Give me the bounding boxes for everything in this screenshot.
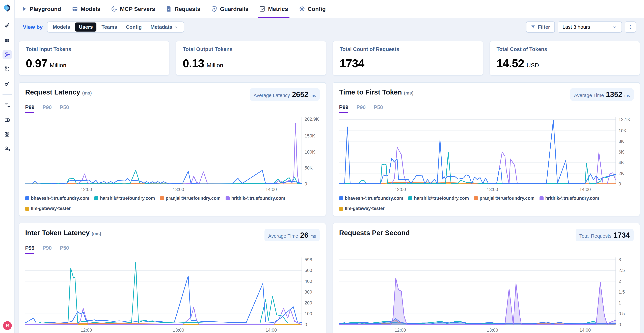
- document-icon: [166, 6, 172, 12]
- tab-p99[interactable]: P99: [339, 104, 348, 113]
- filter-button[interactable]: Filter: [526, 22, 555, 33]
- x-axis: 12:0013:0014:00: [339, 185, 616, 193]
- chart-title: Requests Per Second: [339, 229, 410, 237]
- tab-label: Metrics: [268, 6, 288, 12]
- stat-value: 14.52: [496, 57, 524, 70]
- metrics-chart-icon: [259, 6, 266, 12]
- stat-label: Total Input Tokens: [26, 46, 162, 52]
- sidebar-item-rocket-icon[interactable]: [2, 21, 12, 31]
- chart-unit-label: (ms): [82, 91, 92, 96]
- badge-value: 1734: [614, 231, 630, 239]
- legend-item[interactable]: harshil@truefoundry.com: [94, 196, 155, 201]
- legend-item[interactable]: harshil@truefoundry.com: [408, 196, 469, 201]
- legend-item[interactable]: bhavesh@truefoundry.com: [339, 196, 403, 201]
- line-chart-plot[interactable]: [25, 117, 302, 184]
- y-tick-label: 202.9K: [304, 117, 319, 122]
- badge-value: 26: [300, 231, 308, 239]
- view-tab-users[interactable]: Users: [75, 23, 96, 32]
- y-tick-label: 0.5: [618, 311, 625, 316]
- y-tick-label: 1: [618, 300, 621, 305]
- sidebar-item-blocks-icon[interactable]: [2, 130, 12, 139]
- line-chart-plot[interactable]: [339, 117, 616, 184]
- badge-label: Average Time: [574, 93, 604, 98]
- tab-label: MCP Servers: [120, 6, 155, 12]
- view-tab-teams[interactable]: Teams: [98, 23, 121, 32]
- tab-config[interactable]: Config: [299, 0, 326, 18]
- tab-p50[interactable]: P50: [60, 104, 69, 113]
- tab-p99[interactable]: P99: [25, 245, 34, 254]
- legend-item[interactable]: llm-gateway-tester: [339, 206, 384, 211]
- sidebar-item-deploy-icon[interactable]: [2, 101, 12, 110]
- stat-unit: Million: [206, 62, 223, 69]
- legend-item[interactable]: hrithik@truefoundry.com: [540, 196, 599, 201]
- y-axis: 00.511.522.53: [616, 257, 634, 324]
- x-tick-label: 13:00: [487, 187, 498, 192]
- legend-item[interactable]: hrithik@truefoundry.com: [226, 196, 285, 201]
- chart-legend: bhavesh@truefoundry.comharshil@truefound…: [25, 196, 320, 211]
- time-range-value: Last 3 hours: [562, 24, 590, 30]
- sidebar-item-user-access-icon[interactable]: [2, 144, 12, 153]
- tab-label: Models: [81, 6, 100, 12]
- tab-playground[interactable]: Playground: [21, 0, 61, 18]
- badge-value: 1352: [606, 90, 622, 99]
- x-axis: 12:0013:0014:00: [25, 326, 302, 333]
- tab-p90[interactable]: P90: [42, 104, 52, 113]
- sidebar-item-key-icon[interactable]: [2, 79, 12, 88]
- stat-label: Total Cost of Tokens: [496, 46, 633, 52]
- tab-p50[interactable]: P50: [60, 245, 69, 254]
- sidebar-item-repo-icon[interactable]: [2, 115, 12, 125]
- y-tick-label: 12.1K: [618, 117, 630, 122]
- truefoundry-logo[interactable]: [3, 4, 12, 13]
- y-tick-label: 8K: [618, 139, 624, 144]
- legend-item[interactable]: pranjal@truefoundry.com: [474, 196, 534, 201]
- tab-requests[interactable]: Requests: [166, 0, 200, 18]
- legend-item[interactable]: pranjal@truefoundry.com: [160, 196, 220, 201]
- tab-p90[interactable]: P90: [356, 104, 366, 113]
- sidebar-item-hierarchy-icon[interactable]: [2, 65, 12, 74]
- average-time-badge: Average Time 1352 ms: [570, 88, 634, 101]
- view-by-label: View by: [23, 24, 43, 30]
- top-navigation: Playground Models MCP Servers Requests G…: [15, 0, 644, 18]
- area-chart-plot[interactable]: [339, 257, 616, 324]
- y-axis: 0100200300400500598: [302, 257, 320, 324]
- tab-p90[interactable]: P90: [42, 245, 52, 254]
- view-tab-models[interactable]: Models: [49, 23, 74, 32]
- stat-card-request-count: Total Count of Requests 1734: [332, 41, 483, 76]
- time-range-select[interactable]: Last 3 hours: [558, 22, 622, 33]
- user-avatar[interactable]: R: [3, 321, 12, 330]
- sidebar-item-gateway-icon[interactable]: [2, 50, 12, 59]
- chevron-down-icon: [612, 25, 617, 29]
- tab-guardrails[interactable]: Guardrails: [211, 0, 248, 18]
- filter-button-label: Filter: [538, 24, 550, 30]
- funnel-icon: [531, 25, 536, 29]
- legend-swatch: [339, 207, 343, 211]
- y-tick-label: 2: [618, 279, 621, 284]
- tab-models[interactable]: Models: [72, 0, 100, 18]
- y-tick-label: 150K: [304, 133, 315, 139]
- legend-swatch: [339, 196, 343, 200]
- sidebar-icon-list: [2, 21, 12, 153]
- legend-item[interactable]: bhavesh@truefoundry.com: [25, 196, 89, 201]
- sidebar-item-table-icon[interactable]: [2, 36, 12, 45]
- sidebar-divider: [2, 94, 12, 95]
- tab-p50[interactable]: P50: [374, 104, 383, 113]
- y-tick-label: 0: [304, 322, 307, 327]
- tab-metrics[interactable]: Metrics: [259, 0, 288, 18]
- more-options-button[interactable]: [625, 22, 636, 33]
- view-tab-config[interactable]: Config: [122, 23, 146, 32]
- stat-value: 0.13: [183, 57, 204, 70]
- line-chart-plot[interactable]: [25, 257, 302, 324]
- y-axis: 02K4K6K8K10K12.1K: [616, 117, 634, 184]
- total-requests-badge: Total Requests 1734: [576, 229, 634, 241]
- tab-mcp-servers[interactable]: MCP Servers: [111, 0, 155, 18]
- legend-swatch: [226, 196, 230, 200]
- legend-item[interactable]: llm-gateway-tester: [25, 206, 70, 211]
- badge-unit: ms: [310, 234, 316, 239]
- legend-swatch: [25, 207, 29, 211]
- y-tick-label: 50K: [304, 165, 312, 171]
- badge-value: 2652: [292, 90, 308, 99]
- view-tab-metadata[interactable]: Metadata: [147, 23, 182, 32]
- legend-swatch: [540, 196, 544, 200]
- y-tick-label: 2.5: [618, 268, 625, 273]
- tab-p99[interactable]: P99: [25, 104, 34, 113]
